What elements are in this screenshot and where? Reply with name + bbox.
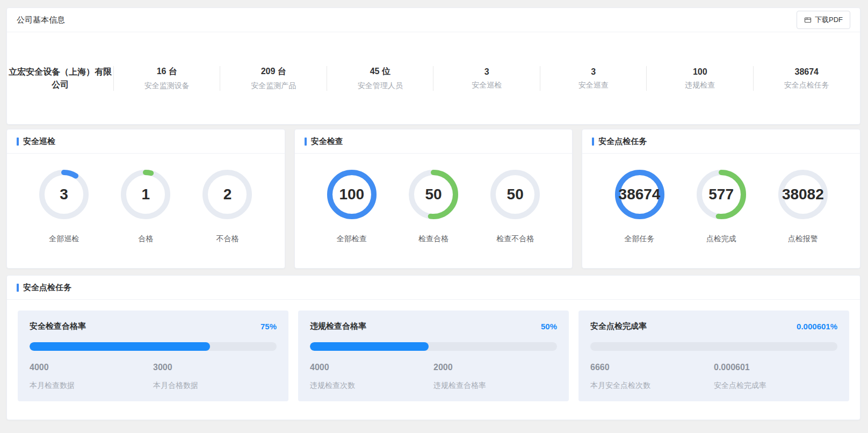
ring-chart: 577 [697, 170, 746, 219]
ring-chart: 1 [121, 170, 170, 219]
ring-cards-row: 安全巡检 3 全部巡检 1 合格 [6, 129, 860, 269]
panel-stat: 3000 本月合格数据 [153, 363, 277, 391]
stat-value: 45 位 [370, 66, 390, 77]
card-title: 安全巡检 [17, 136, 55, 147]
ring-svg [490, 212, 540, 221]
ring-label: 全部检查 [337, 234, 367, 244]
panel-stat-value: 4000 [30, 363, 153, 372]
panel-stat-value: 6660 [590, 363, 714, 372]
card-header: 安全巡检 [7, 129, 285, 154]
card-title: 安全点检任务 [592, 136, 647, 147]
panel-percent: 75% [261, 322, 277, 331]
progress-track [590, 342, 837, 351]
stat-safety-managers: 45 位 安全管理人员 [327, 66, 434, 91]
ring-chart: 38082 [778, 170, 828, 219]
ring-label: 全部巡检 [49, 234, 79, 244]
panel-stat: 2000 违规检查合格率 [433, 363, 557, 391]
panel-title: 安全检查合格率 [30, 321, 86, 331]
ring-value: 50 [507, 186, 524, 203]
company-info-card: 公司基本信息 下载PDF 立宏安全设备（上海）有限公司 16 台 安全监测设备 [6, 8, 860, 125]
ring-check-qualified: 50 检查合格 [409, 170, 458, 244]
stat-value: 38674 [795, 67, 819, 77]
ring-value: 38082 [782, 186, 824, 203]
progress-card-title: 安全点检任务 [17, 283, 71, 293]
ring-chart: 50 [490, 170, 540, 219]
ring-check-unqualified: 50 检查不合格 [490, 170, 540, 244]
progress-card-header: 安全点检任务 [7, 276, 860, 300]
ring-value: 577 [708, 186, 734, 203]
stat-label: 安全点检任务 [784, 81, 829, 90]
ring-svg [409, 212, 458, 221]
ring-value: 3 [60, 186, 68, 203]
progress-panels-row: 安全检查合格率 75% 4000 本月检查数据 3000 本月合格数据 [7, 300, 860, 412]
panel-title: 安全点检完成率 [590, 321, 647, 331]
company-name: 立宏安全设备（上海）有限公司 [7, 66, 114, 91]
download-pdf-button[interactable]: 下载PDF [797, 11, 850, 29]
panel-title: 违规检查合格率 [310, 321, 366, 331]
accent-bar [592, 138, 594, 146]
progress-track [310, 342, 557, 351]
progress-card: 安全点检任务 安全检查合格率 75% 4000 本月检查数据 3000 本月合格… [6, 275, 860, 420]
stat-monitor-products: 209 台 安全监测产品 [220, 66, 327, 91]
accent-bar [17, 284, 19, 292]
ring-tasks-alarm: 38082 点检报警 [778, 170, 828, 244]
panel-stat-value: 3000 [153, 363, 277, 372]
stat-value: 3 [591, 67, 596, 77]
rings-row: 100 全部检查 50 检查合格 50 检查不合格 [295, 154, 573, 244]
panel-check-pass-rate: 安全检查合格率 75% 4000 本月检查数据 3000 本月合格数据 [18, 311, 288, 401]
card-safety-inspection: 安全巡检 3 全部巡检 1 合格 [6, 129, 285, 269]
panel-violation-pass-rate: 违规检查合格率 50% 4000 违规检查次数 2000 违规检查合格率 [298, 311, 569, 401]
card-header: 安全点检任务 [582, 129, 860, 154]
panel-stat: 0.000601 安全点检完成率 [714, 363, 837, 391]
ring-all-checks: 100 全部检查 [327, 170, 377, 244]
panel-stat-value: 4000 [310, 363, 433, 372]
stat-safety-patrol: 3 安全巡查 [540, 67, 647, 90]
ring-tasks-done: 577 点检完成 [697, 170, 746, 244]
ring-label: 点检报警 [788, 234, 818, 244]
ring-chart: 2 [202, 170, 252, 219]
card-header: 安全检查 [295, 129, 573, 154]
ring-svg [697, 212, 746, 221]
panel-stat-label: 违规检查次数 [310, 381, 433, 391]
ring-chart: 38674 [615, 170, 664, 219]
ring-label: 合格 [138, 234, 153, 244]
company-card-title: 公司基本信息 [17, 15, 65, 25]
panel-stat-label: 本月检查数据 [30, 381, 153, 391]
dashboard: 公司基本信息 下载PDF 立宏安全设备（上海）有限公司 16 台 安全监测设备 [6, 8, 860, 420]
panel-stat: 4000 本月检查数据 [30, 363, 153, 391]
stat-value: 3 [484, 67, 489, 77]
stat-safety-inspection: 3 安全巡检 [433, 67, 540, 90]
ring-qualified: 1 合格 [121, 170, 170, 244]
stat-spot-check-tasks: 38674 安全点检任务 [754, 67, 860, 90]
panel-stat-label: 本月合格数据 [153, 381, 277, 391]
company-card-header: 公司基本信息 下载PDF [7, 8, 860, 32]
stat-label: 安全监测设备 [144, 81, 190, 91]
ring-label: 检查合格 [418, 234, 449, 244]
progress-fill [310, 342, 429, 351]
stat-label: 安全巡检 [472, 81, 502, 90]
stat-company-name: 立宏安全设备（上海）有限公司 [7, 66, 114, 91]
ring-value: 50 [425, 186, 442, 203]
stat-label: 安全巡查 [578, 81, 609, 90]
progress-fill [30, 342, 210, 351]
accent-bar [17, 138, 19, 146]
download-icon [804, 16, 812, 24]
stat-label: 违规检查 [685, 81, 715, 90]
accent-bar [305, 138, 307, 146]
ring-chart: 100 [327, 170, 377, 219]
card-spot-check-tasks: 安全点检任务 38674 全部任务 577 点检完成 [582, 129, 860, 269]
panel-stat-label: 安全点检完成率 [714, 381, 837, 391]
ring-label: 点检完成 [706, 234, 736, 244]
stat-monitor-devices: 16 台 安全监测设备 [114, 66, 221, 91]
download-pdf-label: 下载PDF [815, 15, 843, 25]
stat-value: 100 [693, 67, 707, 77]
panel-stat-value: 2000 [433, 363, 557, 372]
ring-svg [39, 212, 89, 221]
card-safety-check: 安全检查 100 全部检查 50 检查合格 [294, 129, 573, 269]
card-title: 安全检查 [305, 136, 343, 147]
ring-label: 全部任务 [625, 234, 655, 244]
ring-unqualified: 2 不合格 [202, 170, 252, 244]
ring-svg [615, 212, 664, 221]
panel-stat-label: 违规检查合格率 [433, 381, 557, 391]
stat-label: 安全监测产品 [251, 81, 296, 91]
